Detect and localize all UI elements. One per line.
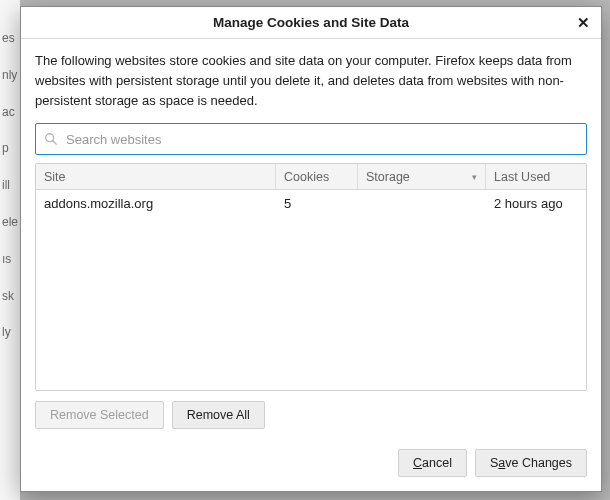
search-input[interactable]	[64, 131, 578, 148]
manage-cookies-dialog: Manage Cookies and Site Data ✕ The follo…	[20, 6, 602, 492]
table-body: addons.mozilla.org 5 2 hours ago	[36, 190, 586, 390]
table-actions: Remove Selected Remove All	[35, 401, 587, 429]
column-last-used-label: Last Used	[494, 170, 550, 184]
remove-selected-button[interactable]: Remove Selected	[35, 401, 164, 429]
search-field-wrapper[interactable]	[35, 123, 587, 155]
cell-site: addons.mozilla.org	[36, 196, 276, 211]
column-last-used[interactable]: Last Used	[486, 164, 586, 189]
dialog-body: The following websites store cookies and…	[21, 39, 601, 439]
column-cookies[interactable]: Cookies	[276, 164, 358, 189]
dialog-description: The following websites store cookies and…	[35, 51, 587, 111]
column-cookies-label: Cookies	[284, 170, 329, 184]
background-page-hints: es nly ac p ill ele ıs sk ly	[0, 0, 20, 500]
close-button[interactable]: ✕	[571, 11, 595, 35]
svg-line-1	[53, 141, 57, 145]
site-data-table: Site Cookies Storage ▾ Last Used addons.…	[35, 163, 587, 391]
cell-cookies: 5	[276, 196, 358, 211]
search-icon	[44, 132, 58, 146]
column-site-label: Site	[44, 170, 66, 184]
column-storage-label: Storage	[366, 170, 410, 184]
remove-all-button[interactable]: Remove All	[172, 401, 265, 429]
table-row[interactable]: addons.mozilla.org 5 2 hours ago	[36, 190, 586, 216]
column-storage[interactable]: Storage ▾	[358, 164, 486, 189]
cancel-button[interactable]: Cancel	[398, 449, 467, 477]
table-header: Site Cookies Storage ▾ Last Used	[36, 164, 586, 190]
save-changes-button[interactable]: Save Changes	[475, 449, 587, 477]
sort-indicator-icon: ▾	[472, 172, 477, 182]
dialog-title: Manage Cookies and Site Data	[213, 15, 409, 30]
dialog-header: Manage Cookies and Site Data ✕	[21, 7, 601, 39]
dialog-footer: Cancel Save Changes	[21, 439, 601, 491]
cell-last-used: 2 hours ago	[486, 196, 586, 211]
column-site[interactable]: Site	[36, 164, 276, 189]
